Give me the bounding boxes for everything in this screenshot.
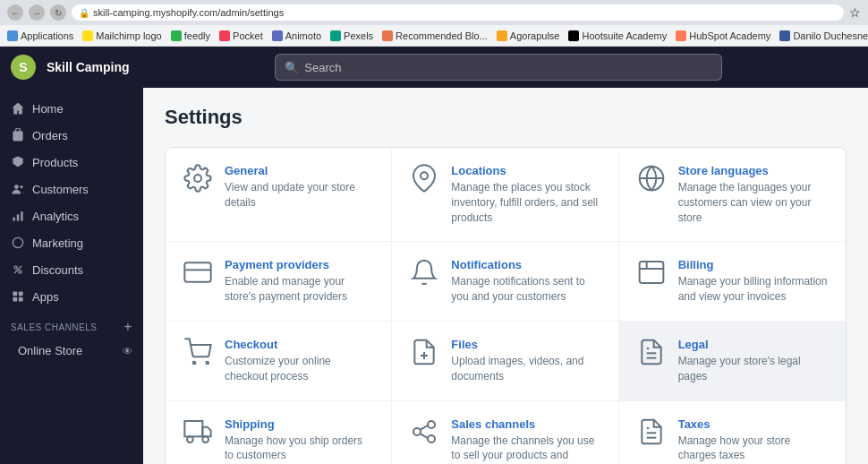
gear-icon: [183, 164, 212, 193]
page-title: Settings: [165, 106, 847, 129]
svg-point-7: [14, 266, 17, 269]
svg-line-9: [14, 266, 21, 273]
bookmark-hootsuite[interactable]: Hootsuite Academy: [568, 30, 667, 41]
customers-icon: [11, 182, 25, 196]
settings-cell-general[interactable]: General View and update your store detai…: [166, 148, 392, 242]
reload-button[interactable]: ↻: [50, 4, 66, 21]
svg-line-36: [421, 434, 429, 438]
taxes-icon: [637, 417, 666, 446]
svg-point-31: [187, 436, 193, 443]
sidebar-label-discounts: Discounts: [32, 263, 83, 277]
products-icon: [11, 155, 25, 169]
checkout-title: Checkout: [225, 338, 373, 351]
settings-cell-notifications[interactable]: Notifications Manage notifications sent …: [392, 242, 618, 322]
files-icon: [410, 338, 438, 366]
sidebar-label-products: Products: [32, 156, 78, 169]
channels-icon: [410, 417, 438, 446]
settings-cell-locations[interactable]: Locations Manage the places you stock in…: [392, 148, 618, 242]
taxes-desc: Manage how your store charges taxes: [678, 434, 828, 464]
sidebar-item-customers[interactable]: Customers: [0, 176, 143, 202]
store-languages-title: Store languages: [678, 164, 828, 177]
bookmark-pexels[interactable]: Pexels: [330, 30, 373, 41]
sidebar-item-orders[interactable]: Orders: [0, 122, 143, 149]
svg-rect-20: [639, 262, 663, 283]
language-icon: [637, 164, 666, 193]
svg-rect-10: [13, 291, 17, 296]
general-content: General View and update your store detai…: [225, 164, 373, 211]
svg-point-15: [421, 172, 428, 179]
sidebar-item-home[interactable]: Home: [0, 95, 143, 122]
bookmark-mailchimp[interactable]: Mailchimp logo: [82, 30, 161, 41]
store-languages-content: Store languages Manage the languages you…: [678, 164, 828, 225]
sales-channels-desc: Manage the channels you use to sell your…: [451, 434, 600, 464]
settings-cell-payment[interactable]: Payment providers Enable and manage your…: [166, 242, 392, 322]
sidebar-item-products[interactable]: Products: [0, 149, 143, 176]
bookmark-feedly[interactable]: feedly: [171, 30, 210, 41]
svg-rect-4: [17, 214, 19, 220]
bookmark-danilo[interactable]: Danilo Duchesnes: [779, 30, 868, 41]
top-nav: S Skill Camping 🔍 Search: [0, 47, 868, 88]
search-bar[interactable]: 🔍 Search: [275, 54, 722, 81]
checkout-desc: Customize your online checkout process: [225, 354, 373, 384]
main-content: Settings General View and update your st…: [143, 88, 868, 464]
svg-point-33: [413, 428, 421, 435]
checkout-icon: [183, 338, 212, 366]
svg-point-23: [193, 362, 196, 365]
shipping-content: Shipping Manage how you ship orders to c…: [225, 417, 373, 464]
store-name: Skill Camping: [47, 60, 130, 74]
address-bar[interactable]: 🔒 skill-camping.myshopify.com/admin/sett…: [72, 4, 844, 21]
back-button[interactable]: ←: [7, 4, 23, 21]
shopify-logo: S: [11, 55, 36, 80]
sidebar-item-analytics[interactable]: Analytics: [0, 202, 143, 229]
svg-point-6: [13, 237, 22, 247]
billing-desc: Manage your billing information and view…: [678, 274, 828, 305]
browser-bar: ← → ↻ 🔒 skill-camping.myshopify.com/admi…: [0, 0, 868, 25]
forward-button[interactable]: →: [29, 4, 45, 21]
bookmark-hubspot[interactable]: HubSpot Academy: [676, 30, 770, 41]
svg-point-34: [428, 421, 435, 428]
bookmark-animoto[interactable]: Animoto: [272, 30, 321, 41]
payment-icon: [183, 258, 212, 287]
location-icon: [410, 164, 438, 193]
svg-marker-30: [202, 426, 210, 436]
apps-icon: [11, 289, 25, 304]
checkout-content: Checkout Customize your online checkout …: [225, 338, 373, 384]
payment-title: Payment providers: [225, 258, 373, 271]
bookmark-recommended[interactable]: Recommended Blo...: [382, 30, 488, 41]
settings-cell-files[interactable]: Files Upload images, videos, and documen…: [392, 322, 618, 401]
bookmark-applications[interactable]: Applications: [7, 30, 73, 41]
online-store-label: Online Store: [18, 344, 82, 357]
taxes-content: Taxes Manage how your store charges taxe…: [678, 417, 828, 464]
settings-container: General View and update your store detai…: [165, 147, 847, 464]
add-sales-channel-button[interactable]: +: [123, 319, 132, 335]
sales-channels-section: SALES CHANNELS +: [0, 310, 143, 339]
bookmark-pocket[interactable]: Pocket: [219, 30, 263, 41]
sidebar-item-apps[interactable]: Apps: [0, 283, 143, 310]
files-content: Files Upload images, videos, and documen…: [451, 338, 600, 384]
sidebar-item-marketing[interactable]: Marketing: [0, 229, 143, 256]
svg-line-37: [421, 425, 429, 429]
svg-point-24: [206, 362, 208, 365]
shipping-desc: Manage how you ship orders to customers: [225, 434, 373, 464]
sidebar-item-online-store[interactable]: Online Store 👁: [0, 339, 143, 363]
eye-icon: 👁: [123, 346, 132, 357]
sidebar-item-discounts[interactable]: Discounts: [0, 256, 143, 283]
settings-cell-shipping[interactable]: Shipping Manage how you ship orders to c…: [166, 401, 392, 464]
sales-channels-content: Sales channels Manage the channels you u…: [451, 417, 600, 464]
settings-cell-taxes[interactable]: Taxes Manage how your store charges taxe…: [619, 401, 846, 464]
settings-cell-checkout[interactable]: Checkout Customize your online checkout …: [166, 322, 392, 401]
url-text: skill-camping.myshopify.com/admin/settin…: [93, 7, 284, 18]
app-shell: Home Orders Products Customers Analytics: [0, 88, 868, 464]
settings-cell-legal[interactable]: Legal Manage your store's legal pages: [619, 322, 846, 401]
bookmark-agorapulse[interactable]: Agorapulse: [497, 30, 560, 41]
taxes-title: Taxes: [678, 417, 828, 431]
svg-point-35: [428, 435, 435, 443]
settings-cell-billing[interactable]: Billing Manage your billing information …: [619, 242, 846, 322]
settings-cell-sales-channels[interactable]: Sales channels Manage the channels you u…: [392, 401, 618, 464]
settings-cell-store-languages[interactable]: Store languages Manage the languages you…: [619, 148, 846, 242]
lock-icon: 🔒: [79, 8, 89, 18]
notification-icon: [410, 258, 438, 287]
svg-rect-12: [13, 297, 17, 302]
payment-content: Payment providers Enable and manage your…: [225, 258, 373, 305]
general-title: General: [225, 164, 373, 177]
